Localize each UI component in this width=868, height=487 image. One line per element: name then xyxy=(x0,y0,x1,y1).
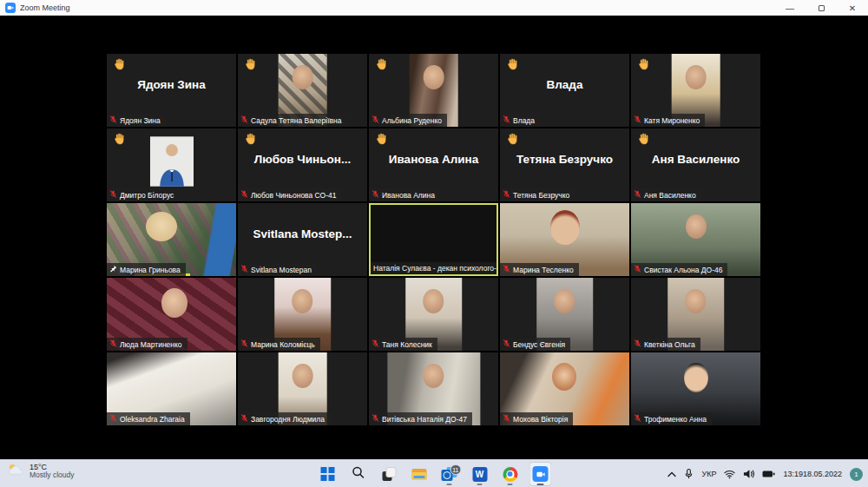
pin-icon xyxy=(109,265,117,274)
window-controls: — ✕ xyxy=(774,0,868,16)
participant-name: Люда Мартиненко xyxy=(120,340,182,349)
start-button[interactable] xyxy=(317,462,339,486)
muted-mic-icon xyxy=(372,414,379,424)
muted-mic-icon xyxy=(109,414,117,424)
participant-tile[interactable]: Марина Коломієць xyxy=(238,278,367,351)
participant-tile[interactable]: Таня Колесник xyxy=(369,278,498,351)
windows-taskbar: 15°C Mostly cloudy 11 xyxy=(0,459,868,487)
notification-count-badge[interactable]: 1 xyxy=(850,468,863,481)
outlook-badge: 11 xyxy=(450,464,461,475)
participant-display-name: Влада xyxy=(500,54,629,115)
participant-tile[interactable]: Тетяна Безручко Тетяна Безручко xyxy=(500,128,629,201)
participant-tile[interactable]: Марина Тесленко xyxy=(500,203,629,276)
participant-tile[interactable]: Любов Чиньон... Любов Чиньонова СО-41 xyxy=(238,128,367,201)
participant-name-label: Тетяна Безручко xyxy=(500,188,575,201)
participant-name-label: Ядоян Зина xyxy=(107,114,166,127)
taskbar-apps: 11 W xyxy=(317,460,552,487)
participant-name-label: Люда Мартиненко xyxy=(107,338,187,351)
participant-name: Бендус Євгенія xyxy=(513,340,565,349)
raised-hand-icon xyxy=(506,133,517,148)
participant-tile[interactable]: Альбина Руденко xyxy=(369,54,498,127)
word-button[interactable]: W xyxy=(469,462,491,486)
participant-tile[interactable]: Иванова Алина Иванова Алина xyxy=(369,128,498,201)
tray-overflow-chevron-icon[interactable] xyxy=(667,471,676,477)
participant-name-label: Влада xyxy=(500,114,540,127)
raised-hand-icon xyxy=(637,58,648,74)
participant-name-label: Витівська Наталія ДО-47 xyxy=(369,412,472,425)
participant-name-label: Иванова Алина xyxy=(369,188,440,201)
participant-name: Марина Гриньова xyxy=(120,266,181,274)
participant-name-label: Бендус Євгенія xyxy=(500,338,570,351)
participant-tile[interactable]: Мохова Вікторія xyxy=(500,352,629,425)
muted-mic-icon xyxy=(634,190,641,200)
battery-icon[interactable] xyxy=(762,470,775,478)
file-explorer-button[interactable] xyxy=(408,462,431,486)
participant-name-label: Любов Чиньонова СО-41 xyxy=(238,188,341,201)
outlook-button[interactable]: 11 xyxy=(438,462,461,486)
zoom-app-icon xyxy=(5,3,16,13)
participant-tile[interactable]: Svitlana Mostep... Svitlana Mostepan xyxy=(238,203,367,276)
participant-tile[interactable]: Марина Гриньова xyxy=(107,203,236,276)
minimize-icon[interactable]: — xyxy=(774,0,806,16)
participant-display-name: Аня Василенко xyxy=(631,128,760,189)
weather-widget[interactable]: 15°C Mostly cloudy xyxy=(7,463,75,480)
maximize-icon[interactable] xyxy=(806,0,837,16)
chrome-button[interactable] xyxy=(499,462,522,486)
zoom-taskbar-button[interactable] xyxy=(529,462,552,486)
muted-mic-icon xyxy=(240,414,248,424)
participant-name: Свистак Альона ДО-46 xyxy=(644,266,722,274)
muted-mic-icon xyxy=(109,190,117,200)
system-tray: УКР 13:19 18.05.2022 1 xyxy=(667,460,863,487)
participant-tile[interactable]: Люда Мартиненко xyxy=(107,278,236,351)
raised-hand-icon xyxy=(506,58,517,74)
participant-name: Витівська Наталія ДО-47 xyxy=(382,415,467,424)
participant-name-label: Аня Василенко xyxy=(631,188,701,201)
participant-tile[interactable]: Бендус Євгенія xyxy=(500,278,629,351)
participant-name: Svitlana Mostepan xyxy=(251,266,312,274)
participant-tile-active-speaker[interactable]: Наталія Сулаєва - декан психолого-... xyxy=(369,203,498,276)
participant-name: Кветкіна Ольга xyxy=(644,340,695,349)
participant-tile[interactable]: Катя Мироненко xyxy=(631,54,760,127)
participant-tile[interactable]: Ядоян Зина Ядоян Зина xyxy=(107,54,236,127)
participant-name-label: Наталія Сулаєва - декан психолого-... xyxy=(371,262,496,274)
running-indicator xyxy=(447,484,452,486)
participant-tile[interactable]: Трофименко Анна xyxy=(631,352,760,425)
muted-mic-icon xyxy=(503,414,510,424)
participant-name: Тетяна Безручко xyxy=(513,191,569,200)
weather-condition: Mostly cloudy xyxy=(30,471,75,480)
participant-name-label: Катя Мироненко xyxy=(631,114,705,127)
raised-hand-icon xyxy=(113,133,124,148)
raised-hand-icon xyxy=(637,133,648,148)
task-view-button[interactable] xyxy=(378,462,400,486)
participant-name: Катя Мироненко xyxy=(644,116,700,125)
microphone-tray-icon[interactable] xyxy=(684,468,694,480)
volume-icon[interactable] xyxy=(743,469,754,479)
participant-tile[interactable]: Садула Тетяна Валеріївна xyxy=(238,54,367,127)
zoom-camera-icon xyxy=(533,466,549,482)
wifi-icon[interactable] xyxy=(724,470,735,479)
participant-name: Трофименко Анна xyxy=(644,415,707,424)
participant-tile[interactable]: Кветкіна Ольга xyxy=(631,278,760,351)
participant-tile[interactable]: Влада Влада xyxy=(500,54,629,127)
muted-mic-icon xyxy=(372,115,379,125)
participant-tile[interactable]: Свистак Альона ДО-46 xyxy=(631,203,760,276)
muted-mic-icon xyxy=(372,339,379,349)
meeting-content: Ядоян Зина Ядоян Зина Садула Тетяна Вале… xyxy=(0,16,868,459)
zoom-meeting-window: Zoom Meeting — ✕ Ядоян Зина Ядоян Зина xyxy=(0,0,868,487)
running-indicator xyxy=(508,484,513,486)
muted-mic-icon xyxy=(109,115,117,125)
participant-name-label: Oleksandra Zharaia xyxy=(107,412,190,425)
participant-tile[interactable]: Аня Василенко Аня Василенко xyxy=(631,128,760,201)
search-button[interactable] xyxy=(347,462,370,486)
participant-tile[interactable]: Oleksandra Zharaia xyxy=(107,352,236,425)
participant-name: Марина Тесленко xyxy=(513,266,574,274)
language-indicator[interactable]: УКР xyxy=(701,470,716,478)
participant-tile[interactable]: Витівська Наталія ДО-47 xyxy=(369,352,498,425)
close-icon[interactable]: ✕ xyxy=(837,0,868,16)
clock[interactable]: 13:19 18.05.2022 xyxy=(783,470,842,479)
raised-hand-icon xyxy=(113,58,124,74)
participant-tile[interactable]: Дмитро Білорус xyxy=(107,128,236,201)
participant-tile[interactable]: Завгородня Людмила xyxy=(238,352,367,425)
participant-display-name: Ядоян Зина xyxy=(107,54,236,115)
participant-name: Альбина Руденко xyxy=(382,116,442,125)
